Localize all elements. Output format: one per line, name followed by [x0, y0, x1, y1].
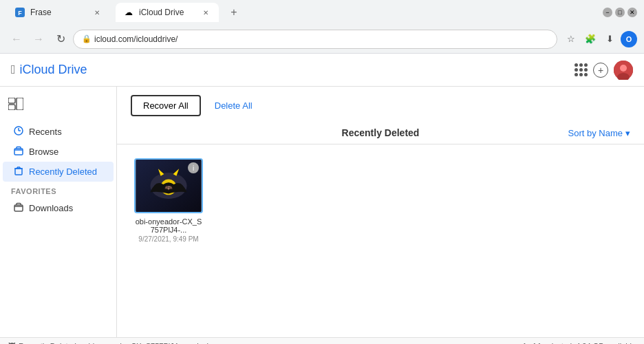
icloud-favicon: ☁: [124, 8, 133, 17]
tab-icloud[interactable]: ☁ iCloud Drive ✕: [116, 3, 219, 22]
status-path-file: obi-onyeador-CX_S757PlJ4-unsplash: [84, 342, 211, 345]
tab-frase-close[interactable]: ✕: [92, 8, 102, 17]
lock-icon: 🔒: [82, 34, 92, 43]
svg-rect-7: [8, 105, 15, 110]
nav-icons: ☆ 🧩 ⬇ O: [563, 31, 637, 47]
content-area: Recover All Delete All Recently Deleted …: [117, 87, 644, 337]
delete-all-button[interactable]: Delete All: [209, 96, 258, 115]
sidebar: Recents Browse Recently Deleted Favorite…: [0, 87, 117, 337]
apps-grid-icon[interactable]: [575, 63, 588, 76]
file-grid: 🦇 i obi-onyeador-CX_S757PlJ4-... 9/27/20…: [117, 144, 644, 337]
sidebar-item-recents[interactable]: Recents: [3, 122, 114, 142]
status-path-icon: 🖼: [8, 342, 16, 345]
file-name: obi-onyeador-CX_S757PlJ4-...: [134, 217, 203, 234]
section-title: Recently Deleted: [297, 127, 464, 138]
content-toolbar: Recover All Delete All: [117, 87, 644, 125]
sort-button[interactable]: Sort by Name ▾: [568, 128, 630, 138]
svg-text:🦇: 🦇: [164, 184, 173, 192]
recents-icon: [14, 126, 23, 138]
sidebar-recently-deleted-label: Recently Deleted: [29, 166, 97, 177]
forward-button[interactable]: →: [29, 30, 48, 49]
sidebar-item-recently-deleted[interactable]: Recently Deleted: [3, 162, 114, 182]
sidebar-item-downloads[interactable]: Downloads: [3, 198, 114, 218]
downloads-icon: [14, 202, 23, 214]
user-avatar[interactable]: [614, 61, 633, 80]
star-button[interactable]: ☆: [563, 31, 579, 47]
svg-rect-8: [17, 98, 23, 110]
sidebar-downloads-label: Downloads: [29, 203, 73, 213]
new-tab-button[interactable]: +: [224, 3, 244, 22]
sidebar-top: [0, 95, 116, 122]
address-bar[interactable]: 🔒 icloud.com/iclouddrive/: [73, 30, 557, 49]
app-title: iCloud Drive: [20, 63, 87, 77]
close-button[interactable]: ✕: [627, 8, 637, 17]
address-text: icloud.com/iclouddrive/: [94, 34, 178, 44]
status-selection-info: 1 of 1 selected, 4.04 GB available: [523, 342, 636, 345]
svg-point-4: [620, 65, 627, 72]
reload-button[interactable]: ↻: [51, 30, 70, 49]
apple-icon: : [11, 63, 16, 77]
download-button[interactable]: ⬇: [601, 31, 618, 47]
profile-avatar[interactable]: O: [621, 31, 637, 47]
sidebar-recents-label: Recents: [29, 127, 62, 137]
favorites-section-label: Favorites: [0, 182, 116, 198]
nav-bar: ← → ↻ 🔒 icloud.com/iclouddrive/ ☆ 🧩 ⬇ O: [0, 25, 644, 54]
header-icons: +: [575, 61, 633, 80]
window-controls: − □ ✕: [603, 8, 637, 17]
app-logo:  iCloud Drive: [11, 63, 87, 77]
file-thumbnail-wrapper: 🦇 i: [134, 158, 203, 213]
title-bar: F Frase ✕ ☁ iCloud Drive ✕ + − □ ✕: [0, 0, 644, 25]
tab-frase-label: Frase: [30, 8, 52, 17]
frase-favicon: F: [15, 8, 25, 17]
file-info-icon[interactable]: i: [188, 162, 199, 173]
back-button[interactable]: ←: [7, 30, 26, 49]
browse-icon: [14, 146, 23, 158]
maximize-button[interactable]: □: [615, 8, 625, 17]
main-content: Recents Browse Recently Deleted Favorite…: [0, 87, 644, 337]
svg-text:☁: ☁: [125, 8, 133, 17]
tab-frase[interactable]: F Frase ✕: [7, 3, 110, 22]
status-path-separator: ›: [79, 342, 82, 345]
add-button[interactable]: +: [593, 63, 608, 78]
recover-all-button[interactable]: Recover All: [131, 95, 201, 116]
status-path-recently-deleted: Recently Deleted: [19, 342, 76, 345]
tab-icloud-close[interactable]: ✕: [201, 8, 211, 17]
sidebar-browse-label: Browse: [29, 147, 58, 157]
sidebar-item-browse[interactable]: Browse: [3, 142, 114, 162]
extensions-button[interactable]: 🧩: [582, 31, 599, 47]
svg-rect-6: [8, 98, 15, 103]
tab-icloud-label: iCloud Drive: [139, 8, 184, 17]
status-bar: 🖼 Recently Deleted › obi-onyeador-CX_S75…: [0, 337, 644, 344]
trash-icon: [14, 166, 23, 178]
svg-rect-13: [15, 169, 22, 175]
minimize-button[interactable]: −: [603, 8, 612, 17]
app-container:  iCloud Drive +: [0, 54, 644, 337]
sidebar-browse-icon[interactable]: [8, 99, 23, 113]
file-date: 9/27/2021, 9:49 PM: [138, 235, 198, 243]
sort-area: Sort by Name ▾: [464, 128, 630, 138]
sort-label: Sort by Name: [568, 128, 623, 138]
file-item[interactable]: 🦇 i obi-onyeador-CX_S757PlJ4-... 9/27/20…: [131, 158, 206, 243]
app-header:  iCloud Drive +: [0, 54, 644, 87]
sort-chevron-icon: ▾: [625, 128, 630, 138]
browser-chrome: F Frase ✕ ☁ iCloud Drive ✕ + − □ ✕ ← → ↻…: [0, 0, 644, 54]
content-header: Recently Deleted Sort by Name ▾: [117, 125, 644, 144]
svg-text:F: F: [18, 10, 22, 17]
